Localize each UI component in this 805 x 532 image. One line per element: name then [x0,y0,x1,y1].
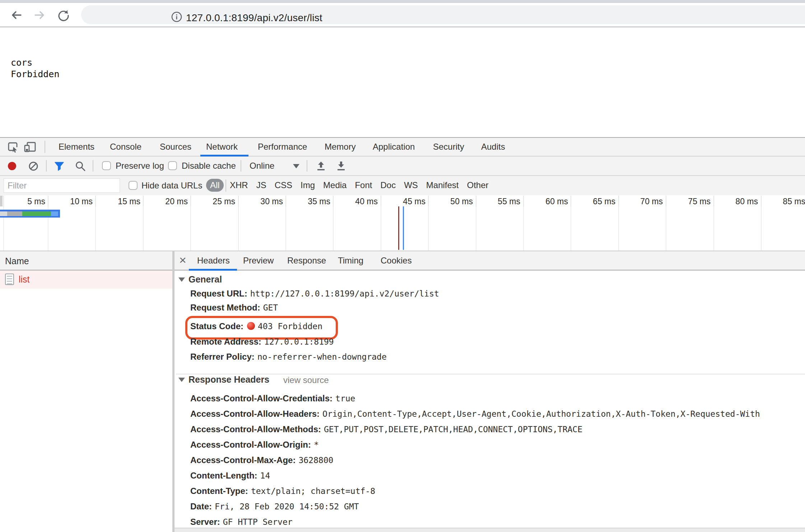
preserve-log-checkbox[interactable] [102,161,111,170]
filter-funnel-icon[interactable] [54,161,65,172]
type-filter-other[interactable]: Other [467,180,489,190]
requests-pane: Name list [0,251,172,532]
inspect-element-icon[interactable] [7,141,19,153]
waterfall-segment-stalled [7,211,22,216]
type-filter-doc[interactable]: Doc [380,180,396,190]
type-filter-media[interactable]: Media [323,180,346,190]
disable-cache-label[interactable]: Disable cache [182,161,236,171]
url-text: 127.0.0.1:8199/api.v2/user/list [186,12,322,24]
tab-audits[interactable]: Audits [481,142,505,152]
request-name[interactable]: list [19,274,30,285]
type-filter-xhr[interactable]: XHR [230,180,248,190]
clear-icon[interactable] [28,161,39,172]
browser-window: 127.0.0.1:8199/api.v2/user/list cors For… [0,0,805,532]
details-tab-response[interactable]: Response [287,256,326,266]
tab-memory[interactable]: Memory [325,142,356,152]
tick-label: 40 ms [331,197,378,206]
header-row-content-type: Content-Type:text/plain; charset=utf-8 [190,486,375,496]
response-headers-section-header[interactable]: Response Headers [178,374,269,385]
tick-label: 35 ms [284,197,330,206]
tick-label: 30 ms [236,197,283,206]
url-bar[interactable]: 127.0.0.1:8199/api.v2/user/list [81,5,805,24]
tab-network[interactable]: Network [206,142,238,152]
divider [241,160,241,172]
name-column-header[interactable]: Name [5,256,29,266]
waterfall-segment-download [51,211,58,216]
status-red-dot-icon [247,322,255,330]
tab-sources[interactable]: Sources [160,142,191,152]
request-waterfall-bar[interactable] [0,210,60,218]
header-row-acac: Access-Control-Allow-Credentials:true [190,393,355,403]
tick-label: 15 ms [94,197,140,206]
tick-label: 85 ms [759,197,805,206]
chevron-down-icon[interactable] [293,164,299,168]
tick-label: 20 ms [141,197,188,206]
tick-label: 45 ms [379,197,425,206]
details-scrollbar-track[interactable] [175,528,805,532]
header-row-content-length: Content-Length:14 [190,471,270,481]
tick-label: 70 ms [616,197,663,206]
header-row-referrer-policy: Referrer Policy:no-referrer-when-downgra… [190,352,387,362]
type-filter-all[interactable]: All [206,179,224,192]
type-filter-css[interactable]: CSS [275,180,292,190]
tick-label: 25 ms [189,197,235,206]
type-filter-manifest[interactable]: Manifest [426,180,459,190]
view-source-link[interactable]: view source [283,375,329,385]
devtools-panel: Elements Console Sources Network Perform… [0,137,805,532]
details-tabbar: × Headers Preview Response Timing Cookie… [175,251,805,271]
type-filter-list: XHR JS CSS Img Media Font Doc WS Manifes… [230,180,489,190]
tab-elements[interactable]: Elements [59,142,94,152]
details-tab-headers[interactable]: Headers [197,256,230,266]
header-row-server: Server:GF HTTP Server [190,517,293,527]
hide-data-urls-label[interactable]: Hide data URLs [141,181,202,191]
import-har-icon[interactable] [316,161,326,172]
domcontentloaded-event-line [403,206,404,250]
type-filter-img[interactable]: Img [301,180,315,190]
general-section-header[interactable]: General [178,274,222,285]
header-row-status-code: Status Code:403 Forbidden [190,321,322,331]
details-tab-timing[interactable]: Timing [338,256,363,266]
filter-input[interactable] [4,178,120,193]
hide-data-urls-checkbox[interactable] [129,181,138,190]
export-har-icon[interactable] [336,161,346,172]
header-row-acam: Access-Control-Allow-Methods:GET,PUT,POS… [190,424,582,434]
reload-icon[interactable] [57,9,69,21]
tab-application[interactable]: Application [373,142,415,152]
header-row-acao: Access-Control-Allow-Origin:* [190,440,319,450]
disclosure-triangle-icon[interactable] [178,277,185,282]
info-icon[interactable] [169,10,184,24]
forward-icon[interactable] [34,9,45,21]
document-icon [5,274,14,285]
tab-security[interactable]: Security [433,142,464,152]
divider [225,179,226,192]
device-toolbar-icon[interactable] [24,141,37,153]
divider [46,160,47,172]
disable-cache-checkbox[interactable] [168,161,177,170]
type-filter-font[interactable]: Font [355,180,372,190]
header-row-date: Date:Fri, 28 Feb 2020 14:50:52 GMT [190,501,359,512]
back-icon[interactable] [11,9,22,21]
page-content: cors Forbidden [0,27,805,137]
details-tab-cookies[interactable]: Cookies [381,256,412,266]
throttling-select[interactable]: Online [250,161,274,171]
tick-label: 80 ms [711,197,758,206]
tab-console[interactable]: Console [110,142,141,152]
tab-performance[interactable]: Performance [258,142,307,152]
requests-header-row[interactable]: Name [0,251,172,271]
divider [307,160,307,172]
disclosure-triangle-icon[interactable] [178,378,185,382]
network-toolbar: Preserve log Disable cache Online [0,157,805,176]
close-icon[interactable]: × [179,253,186,267]
request-row-list[interactable]: list [0,271,172,289]
search-icon[interactable] [75,160,86,172]
header-row-request-method: Request Method:GET [190,303,278,313]
record-button[interactable] [8,162,16,170]
preserve-log-label[interactable]: Preserve log [116,161,164,171]
tab-strip-edge [0,0,805,3]
details-tab-preview[interactable]: Preview [243,256,274,266]
type-filter-ws[interactable]: WS [404,180,418,190]
header-row-acah: Access-Control-Allow-Headers:Origin,Cont… [190,409,760,419]
timeline-waterfall[interactable] [0,206,805,251]
header-row-acma: Access-Control-Max-Age:3628800 [190,455,333,465]
type-filter-js[interactable]: JS [256,180,266,190]
